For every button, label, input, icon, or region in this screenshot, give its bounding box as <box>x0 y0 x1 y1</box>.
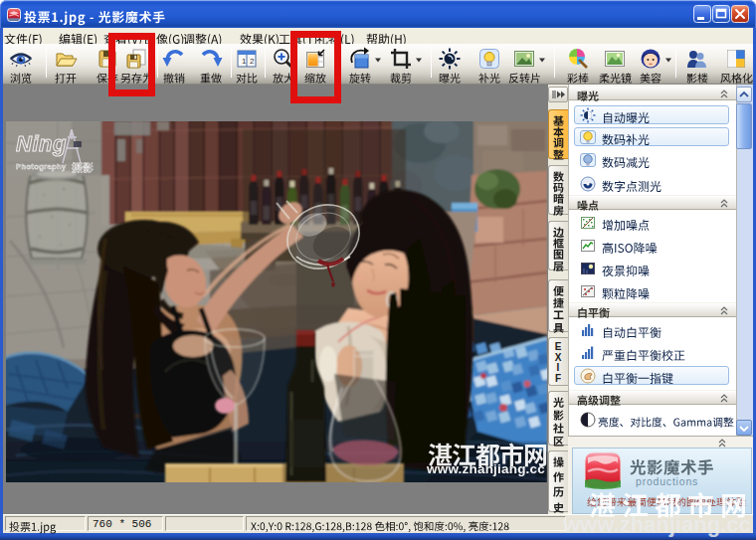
svg-text:2: 2 <box>250 57 255 66</box>
svg-text:Ning: Ning <box>16 131 67 156</box>
svg-text:Photography: Photography <box>16 162 67 171</box>
svg-text:1: 1 <box>242 57 247 66</box>
